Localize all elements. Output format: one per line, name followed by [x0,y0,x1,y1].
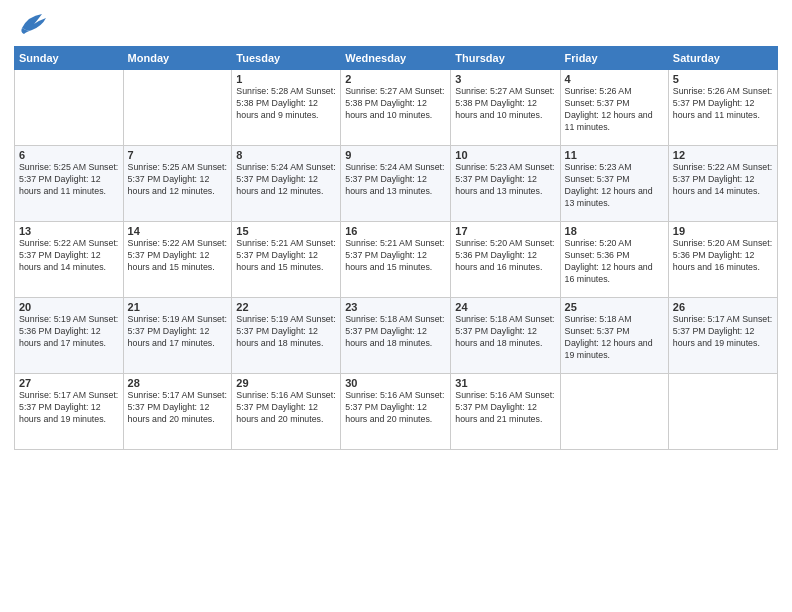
day-number: 2 [345,73,446,85]
day-info: Sunrise: 5:17 AM Sunset: 5:37 PM Dayligh… [673,314,773,350]
day-info: Sunrise: 5:24 AM Sunset: 5:37 PM Dayligh… [345,162,446,198]
day-info: Sunrise: 5:26 AM Sunset: 5:37 PM Dayligh… [565,86,664,134]
calendar-cell: 17Sunrise: 5:20 AM Sunset: 5:36 PM Dayli… [451,222,560,298]
day-number: 6 [19,149,119,161]
calendar-cell: 16Sunrise: 5:21 AM Sunset: 5:37 PM Dayli… [341,222,451,298]
calendar-cell: 25Sunrise: 5:18 AM Sunset: 5:37 PM Dayli… [560,298,668,374]
day-info: Sunrise: 5:18 AM Sunset: 5:37 PM Dayligh… [565,314,664,362]
day-info: Sunrise: 5:20 AM Sunset: 5:36 PM Dayligh… [565,238,664,286]
calendar-cell: 4Sunrise: 5:26 AM Sunset: 5:37 PM Daylig… [560,70,668,146]
calendar-cell: 2Sunrise: 5:27 AM Sunset: 5:38 PM Daylig… [341,70,451,146]
day-info: Sunrise: 5:18 AM Sunset: 5:37 PM Dayligh… [345,314,446,350]
calendar-cell [668,374,777,450]
day-number: 16 [345,225,446,237]
day-info: Sunrise: 5:22 AM Sunset: 5:37 PM Dayligh… [19,238,119,274]
day-number: 21 [128,301,228,313]
day-number: 1 [236,73,336,85]
calendar-cell: 19Sunrise: 5:20 AM Sunset: 5:36 PM Dayli… [668,222,777,298]
logo-icon [14,10,50,38]
day-info: Sunrise: 5:25 AM Sunset: 5:37 PM Dayligh… [19,162,119,198]
day-info: Sunrise: 5:24 AM Sunset: 5:37 PM Dayligh… [236,162,336,198]
logo [14,10,52,38]
day-info: Sunrise: 5:20 AM Sunset: 5:36 PM Dayligh… [455,238,555,274]
calendar-week-row: 20Sunrise: 5:19 AM Sunset: 5:36 PM Dayli… [15,298,778,374]
day-info: Sunrise: 5:19 AM Sunset: 5:37 PM Dayligh… [236,314,336,350]
day-info: Sunrise: 5:19 AM Sunset: 5:37 PM Dayligh… [128,314,228,350]
day-info: Sunrise: 5:25 AM Sunset: 5:37 PM Dayligh… [128,162,228,198]
calendar-cell: 14Sunrise: 5:22 AM Sunset: 5:37 PM Dayli… [123,222,232,298]
day-info: Sunrise: 5:21 AM Sunset: 5:37 PM Dayligh… [236,238,336,274]
weekday-header: Monday [123,47,232,70]
header [14,10,778,38]
day-number: 27 [19,377,119,389]
calendar-cell: 3Sunrise: 5:27 AM Sunset: 5:38 PM Daylig… [451,70,560,146]
day-number: 26 [673,301,773,313]
day-number: 7 [128,149,228,161]
calendar-week-row: 1Sunrise: 5:28 AM Sunset: 5:38 PM Daylig… [15,70,778,146]
day-number: 24 [455,301,555,313]
day-number: 17 [455,225,555,237]
day-info: Sunrise: 5:28 AM Sunset: 5:38 PM Dayligh… [236,86,336,122]
day-number: 30 [345,377,446,389]
weekday-header: Wednesday [341,47,451,70]
day-number: 29 [236,377,336,389]
day-number: 15 [236,225,336,237]
calendar-week-row: 13Sunrise: 5:22 AM Sunset: 5:37 PM Dayli… [15,222,778,298]
calendar-week-row: 6Sunrise: 5:25 AM Sunset: 5:37 PM Daylig… [15,146,778,222]
day-info: Sunrise: 5:22 AM Sunset: 5:37 PM Dayligh… [128,238,228,274]
calendar-cell [15,70,124,146]
calendar-cell: 21Sunrise: 5:19 AM Sunset: 5:37 PM Dayli… [123,298,232,374]
calendar-cell: 6Sunrise: 5:25 AM Sunset: 5:37 PM Daylig… [15,146,124,222]
calendar-cell: 12Sunrise: 5:22 AM Sunset: 5:37 PM Dayli… [668,146,777,222]
day-info: Sunrise: 5:27 AM Sunset: 5:38 PM Dayligh… [455,86,555,122]
calendar-cell: 7Sunrise: 5:25 AM Sunset: 5:37 PM Daylig… [123,146,232,222]
day-info: Sunrise: 5:26 AM Sunset: 5:37 PM Dayligh… [673,86,773,122]
calendar-cell: 9Sunrise: 5:24 AM Sunset: 5:37 PM Daylig… [341,146,451,222]
calendar-cell: 23Sunrise: 5:18 AM Sunset: 5:37 PM Dayli… [341,298,451,374]
calendar-cell: 26Sunrise: 5:17 AM Sunset: 5:37 PM Dayli… [668,298,777,374]
day-number: 28 [128,377,228,389]
day-info: Sunrise: 5:17 AM Sunset: 5:37 PM Dayligh… [128,390,228,426]
day-info: Sunrise: 5:18 AM Sunset: 5:37 PM Dayligh… [455,314,555,350]
day-info: Sunrise: 5:19 AM Sunset: 5:36 PM Dayligh… [19,314,119,350]
day-number: 22 [236,301,336,313]
weekday-header: Thursday [451,47,560,70]
day-number: 25 [565,301,664,313]
calendar-cell: 8Sunrise: 5:24 AM Sunset: 5:37 PM Daylig… [232,146,341,222]
day-number: 13 [19,225,119,237]
weekday-header: Saturday [668,47,777,70]
day-info: Sunrise: 5:27 AM Sunset: 5:38 PM Dayligh… [345,86,446,122]
calendar-cell: 1Sunrise: 5:28 AM Sunset: 5:38 PM Daylig… [232,70,341,146]
day-number: 20 [19,301,119,313]
weekday-header: Tuesday [232,47,341,70]
calendar-cell: 5Sunrise: 5:26 AM Sunset: 5:37 PM Daylig… [668,70,777,146]
day-info: Sunrise: 5:23 AM Sunset: 5:37 PM Dayligh… [565,162,664,210]
calendar-cell: 10Sunrise: 5:23 AM Sunset: 5:37 PM Dayli… [451,146,560,222]
calendar-cell: 15Sunrise: 5:21 AM Sunset: 5:37 PM Dayli… [232,222,341,298]
day-info: Sunrise: 5:20 AM Sunset: 5:36 PM Dayligh… [673,238,773,274]
day-number: 19 [673,225,773,237]
calendar-table: SundayMondayTuesdayWednesdayThursdayFrid… [14,46,778,450]
page: SundayMondayTuesdayWednesdayThursdayFrid… [0,0,792,612]
day-info: Sunrise: 5:16 AM Sunset: 5:37 PM Dayligh… [236,390,336,426]
calendar-cell: 28Sunrise: 5:17 AM Sunset: 5:37 PM Dayli… [123,374,232,450]
day-info: Sunrise: 5:22 AM Sunset: 5:37 PM Dayligh… [673,162,773,198]
calendar-cell: 24Sunrise: 5:18 AM Sunset: 5:37 PM Dayli… [451,298,560,374]
day-number: 8 [236,149,336,161]
calendar-cell: 29Sunrise: 5:16 AM Sunset: 5:37 PM Dayli… [232,374,341,450]
calendar-cell: 30Sunrise: 5:16 AM Sunset: 5:37 PM Dayli… [341,374,451,450]
day-number: 12 [673,149,773,161]
calendar-cell: 11Sunrise: 5:23 AM Sunset: 5:37 PM Dayli… [560,146,668,222]
day-number: 11 [565,149,664,161]
day-number: 31 [455,377,555,389]
calendar-cell [123,70,232,146]
calendar-cell: 18Sunrise: 5:20 AM Sunset: 5:36 PM Dayli… [560,222,668,298]
calendar-cell: 22Sunrise: 5:19 AM Sunset: 5:37 PM Dayli… [232,298,341,374]
calendar-cell: 27Sunrise: 5:17 AM Sunset: 5:37 PM Dayli… [15,374,124,450]
day-info: Sunrise: 5:21 AM Sunset: 5:37 PM Dayligh… [345,238,446,274]
day-info: Sunrise: 5:23 AM Sunset: 5:37 PM Dayligh… [455,162,555,198]
day-number: 3 [455,73,555,85]
calendar-cell: 31Sunrise: 5:16 AM Sunset: 5:37 PM Dayli… [451,374,560,450]
day-number: 5 [673,73,773,85]
calendar-week-row: 27Sunrise: 5:17 AM Sunset: 5:37 PM Dayli… [15,374,778,450]
